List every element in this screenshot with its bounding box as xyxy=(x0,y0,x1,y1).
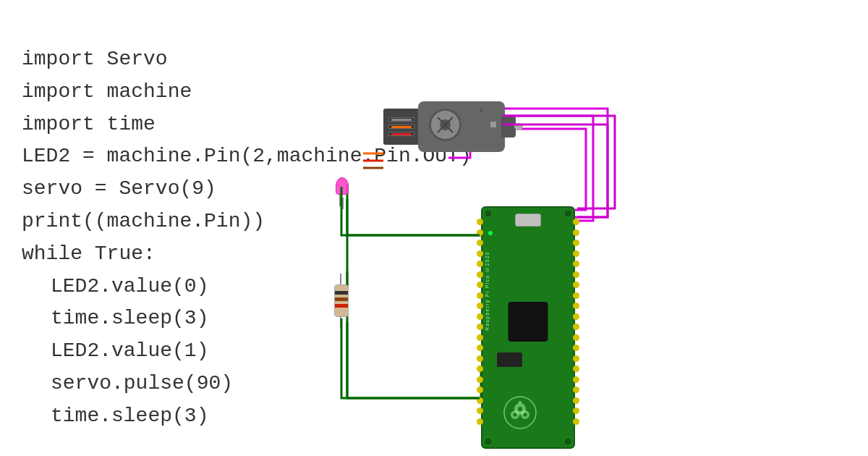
circuit-area: Raspberry Pi Pico ©2020 xyxy=(326,43,832,449)
svg-point-11 xyxy=(518,407,522,411)
led xyxy=(336,177,349,206)
resistor xyxy=(334,274,349,328)
pin-row-left xyxy=(477,219,483,425)
board-led xyxy=(488,231,493,235)
pico-board: Raspberry Pi Pico ©2020 xyxy=(481,206,575,449)
board-label: Raspberry Pi Pico ©2020 xyxy=(485,251,490,331)
mounting-hole-br xyxy=(565,439,571,444)
svg-point-12 xyxy=(514,413,517,417)
mounting-hole-bl xyxy=(485,439,491,444)
mounting-hole-tr xyxy=(565,211,571,216)
pin-row-right xyxy=(573,219,579,425)
svg-point-13 xyxy=(524,413,527,417)
servo-motor xyxy=(383,101,503,152)
rpi-logo xyxy=(501,393,540,433)
board-chip xyxy=(509,302,548,342)
mounting-hole-tl xyxy=(485,211,491,216)
board-chip-small xyxy=(497,352,522,367)
pico-usb xyxy=(515,214,541,227)
